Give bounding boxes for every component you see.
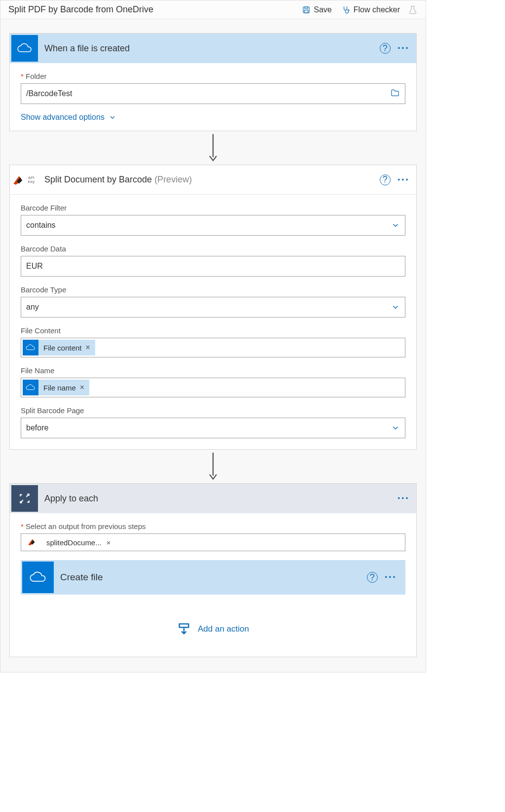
flow-designer-canvas: Split PDF by Barcode from OneDrive Save … [0, 0, 426, 672]
save-button[interactable]: Save [302, 5, 331, 14]
barcode-data-input[interactable]: EUR [21, 256, 405, 277]
barcode-filter-select[interactable]: contains [21, 215, 405, 236]
more-icon[interactable]: ··· [397, 174, 409, 186]
barcode-type-select[interactable]: any [21, 297, 405, 318]
more-icon[interactable]: ··· [397, 492, 409, 505]
topbar: Split PDF by Barcode from OneDrive Save … [0, 0, 426, 19]
help-icon[interactable]: ? [380, 43, 391, 54]
folder-value: /BarcodeTest [26, 89, 72, 98]
connector-arrow [9, 450, 417, 483]
add-action-button[interactable]: Add an action [21, 622, 405, 636]
splited-document-token[interactable]: splitedDocume... × [23, 535, 110, 549]
svg-point-3 [348, 9, 349, 11]
file-name-input[interactable]: File name × [21, 378, 405, 397]
save-icon [302, 5, 311, 14]
onedrive-icon [23, 340, 38, 355]
svg-rect-10 [180, 624, 189, 628]
api-key-icon: API Key [11, 167, 38, 193]
connector-arrow [9, 131, 417, 165]
stethoscope-icon [342, 5, 351, 14]
canvas: When a file is created ? ··· * Folder /B… [0, 19, 426, 672]
onedrive-icon [11, 35, 38, 62]
remove-token-icon[interactable]: × [86, 343, 90, 352]
onedrive-icon [22, 562, 54, 593]
flow-checker-button[interactable]: Flow checker [342, 5, 400, 14]
trigger-header[interactable]: When a file is created ? ··· [10, 34, 416, 63]
split-page-label: Split Barcode Page [21, 406, 405, 415]
file-name-token[interactable]: File name × [38, 380, 89, 395]
help-icon[interactable]: ? [367, 572, 378, 583]
split-page-select[interactable]: before [21, 418, 405, 438]
folder-picker-icon[interactable] [390, 89, 400, 99]
svg-rect-1 [305, 7, 308, 9]
more-icon[interactable]: ··· [385, 571, 397, 584]
onedrive-icon [23, 380, 38, 395]
preview-tag: (Preview) [154, 175, 192, 184]
remove-token-icon[interactable]: × [107, 538, 111, 547]
action1-body: Barcode Filter contains Barcode Data EUR… [10, 195, 416, 449]
create-file-card: Create file ? ··· [21, 560, 405, 595]
foreach-title: Apply to each [44, 494, 397, 504]
help-icon[interactable]: ? [380, 175, 391, 185]
folder-label: * Folder [21, 72, 405, 80]
trigger-title: When a file is created [44, 43, 380, 54]
folder-input[interactable]: /BarcodeTest [21, 83, 405, 104]
chevron-down-icon [391, 221, 400, 230]
chevron-down-icon [108, 113, 116, 121]
file-content-token[interactable]: File content × [38, 340, 95, 355]
apply-to-each-card: Apply to each ··· * Select an output fro… [9, 483, 417, 657]
action-split-barcode: API Key Split Document by Barcode (Previ… [9, 165, 417, 450]
select-output-label: * Select an output from previous steps [21, 522, 405, 530]
api-key-icon [25, 535, 38, 549]
barcode-data-label: Barcode Data [21, 245, 405, 253]
create-file-header[interactable]: Create file ? ··· [21, 560, 405, 595]
trigger-body: * Folder /BarcodeTest Show advanced opti… [10, 63, 416, 131]
trigger-card: When a file is created ? ··· * Folder /B… [9, 33, 417, 131]
foreach-header[interactable]: Apply to each ··· [10, 484, 416, 513]
foreach-body: * Select an output from previous steps s… [10, 513, 416, 657]
test-icon[interactable] [408, 5, 418, 15]
barcode-filter-label: Barcode Filter [21, 204, 405, 212]
more-icon[interactable]: ··· [397, 42, 409, 55]
chevron-down-icon [391, 303, 400, 312]
svg-rect-2 [305, 10, 309, 12]
action1-header[interactable]: API Key Split Document by Barcode (Previ… [10, 165, 416, 195]
file-name-label: File Name [21, 366, 405, 375]
action1-title: Split Document by Barcode (Preview) [44, 175, 380, 185]
file-content-label: File Content [21, 326, 405, 335]
show-advanced-options[interactable]: Show advanced options [21, 113, 405, 122]
file-content-input[interactable]: File content × [21, 338, 405, 357]
create-file-title: Create file [60, 572, 367, 583]
barcode-type-label: Barcode Type [21, 285, 405, 294]
flow-checker-label: Flow checker [354, 5, 400, 14]
chevron-down-icon [391, 424, 400, 432]
flow-title: Split PDF by Barcode from OneDrive [8, 4, 292, 15]
loop-icon [11, 485, 38, 512]
add-action-icon [177, 622, 191, 636]
select-output-input[interactable]: splitedDocume... × [21, 533, 405, 551]
remove-token-icon[interactable]: × [80, 383, 84, 392]
save-label: Save [314, 5, 331, 14]
